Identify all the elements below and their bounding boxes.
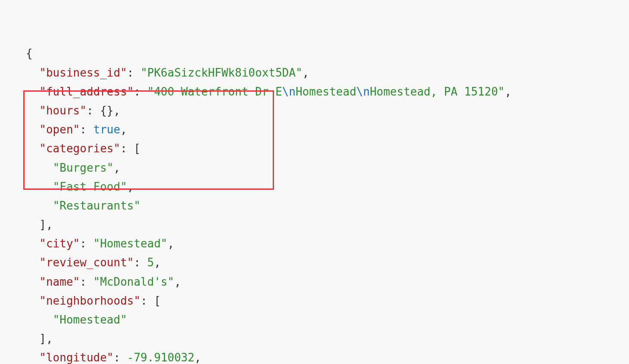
val-category-1: "Fast Food" [53,180,127,193]
escape-n: \n [356,85,370,98]
key-longitude: "longitude" [39,351,113,364]
key-open: "open" [39,123,80,136]
array-close: ], [39,332,53,345]
key-categories: "categories" [39,142,120,155]
val-neighborhood-0: "Homestead" [53,313,127,326]
val-hours: {} [100,104,113,117]
val-category-0: "Burgers" [53,161,114,174]
val-business-id: "PK6aSizckHFWk8i0oxt5DA" [140,66,302,79]
brace-open: { [26,47,33,60]
key-review-count: "review_count" [39,256,134,269]
key-city: "city" [39,237,80,250]
key-neighborhoods: "neighborhoods" [39,294,140,307]
array-close: ], [39,218,53,231]
val-name: "McDonald's" [93,275,174,288]
val-full-address: "400 Waterfront Dr E\nHomestead\nHomeste… [147,85,505,98]
escape-n: \n [282,85,296,98]
val-city: "Homestead" [93,237,168,250]
val-open: true [93,123,121,136]
key-hours: "hours" [39,104,87,117]
key-full-address: "full_address" [39,85,134,98]
val-category-2: "Restaurants" [53,199,141,212]
val-review-count: 5 [147,256,154,269]
json-code-block: { "business_id": "PK6aSizckHFWk8i0oxt5DA… [0,0,629,364]
key-business-id: "business_id" [39,66,127,79]
key-name: "name" [39,275,80,288]
val-longitude: -79.910032 [127,351,195,364]
